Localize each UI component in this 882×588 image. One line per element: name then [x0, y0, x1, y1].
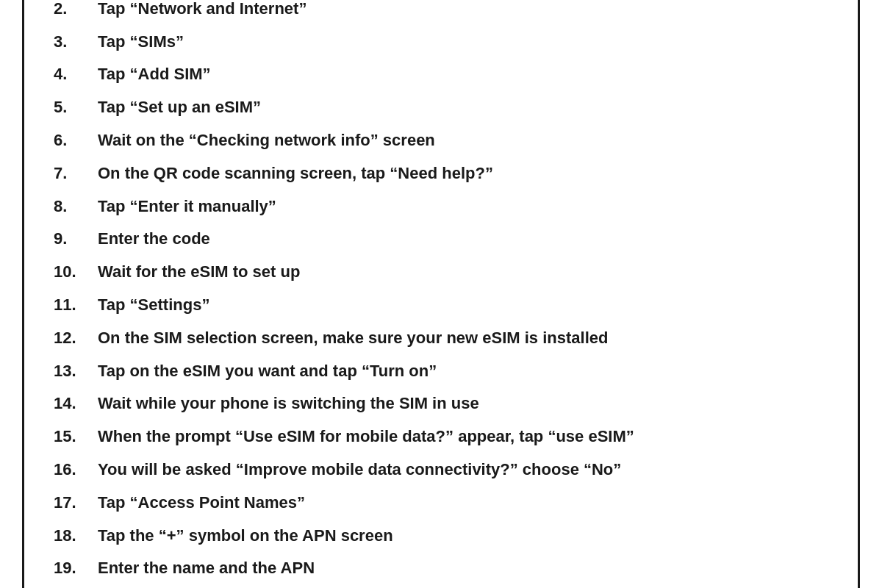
step-number: 2.: [54, 0, 98, 21]
list-item: 2.Tap “Network and Internet”: [54, 0, 821, 21]
list-item: 14.Wait while your phone is switching th…: [54, 392, 821, 415]
step-number: 6.: [54, 129, 98, 152]
list-item: 7.On the QR code scanning screen, tap “N…: [54, 162, 821, 185]
step-text: Wait for the eSIM to set up: [98, 261, 300, 284]
list-item: 18.Tap the “+” symbol on the APN screen: [54, 525, 821, 548]
list-item: 11.Tap “Settings”: [54, 294, 821, 317]
list-item: 9.Enter the code: [54, 228, 821, 251]
step-number: 4.: [54, 63, 98, 86]
step-number: 12.: [54, 327, 98, 350]
step-number: 15.: [54, 426, 98, 448]
step-text: Enter the name and the APN: [98, 557, 315, 580]
step-number: 8.: [54, 196, 98, 218]
step-text: You will be asked “Improve mobile data c…: [98, 459, 621, 481]
step-number: 10.: [54, 261, 98, 284]
step-text: Tap “Add SIM”: [98, 63, 211, 86]
step-number: 14.: [54, 392, 98, 415]
step-text: On the SIM selection screen, make sure y…: [98, 327, 608, 350]
step-number: 5.: [54, 96, 98, 119]
instructions-card: 1.Open “Settings”2.Tap “Network and Inte…: [22, 0, 860, 588]
list-item: 4.Tap “Add SIM”: [54, 63, 821, 86]
step-text: Tap “Enter it manually”: [98, 196, 276, 218]
step-number: 9.: [54, 228, 98, 251]
step-text: Wait while your phone is switching the S…: [98, 392, 479, 415]
list-item: 13.Tap on the eSIM you want and tap “Tur…: [54, 360, 821, 383]
step-text: Tap “SIMs”: [98, 31, 184, 54]
step-text: When the prompt “Use eSIM for mobile dat…: [98, 426, 634, 448]
step-number: 7.: [54, 162, 98, 185]
step-text: Tap “Network and Internet”: [98, 0, 306, 21]
list-item: 3.Tap “SIMs”: [54, 31, 821, 54]
step-number: 16.: [54, 459, 98, 481]
step-text: Tap on the eSIM you want and tap “Turn o…: [98, 360, 437, 383]
step-text: Wait on the “Checking network info” scre…: [98, 129, 435, 152]
step-text: Tap the “+” symbol on the APN screen: [98, 525, 393, 548]
step-number: 17.: [54, 492, 98, 514]
step-text: Tap “Set up an eSIM”: [98, 96, 261, 119]
step-number: 11.: [54, 294, 98, 317]
step-text: Tap “Access Point Names”: [98, 492, 305, 514]
list-item: 5.Tap “Set up an eSIM”: [54, 96, 821, 119]
list-item: 12.On the SIM selection screen, make sur…: [54, 327, 821, 350]
step-number: 19.: [54, 557, 98, 580]
step-text: On the QR code scanning screen, tap “Nee…: [98, 162, 493, 185]
list-item: 17.Tap “Access Point Names”: [54, 492, 821, 514]
step-text: Enter the code: [98, 228, 210, 251]
list-item: 6.Wait on the “Checking network info” sc…: [54, 129, 821, 152]
list-item: 16.You will be asked “Improve mobile dat…: [54, 459, 821, 481]
list-item: 19.Enter the name and the APN: [54, 557, 821, 580]
step-number: 13.: [54, 360, 98, 383]
step-number: 18.: [54, 525, 98, 548]
step-text: Tap “Settings”: [98, 294, 209, 317]
list-item: 15.When the prompt “Use eSIM for mobile …: [54, 426, 821, 448]
step-number: 3.: [54, 31, 98, 54]
list-item: 10.Wait for the eSIM to set up: [54, 261, 821, 284]
instructions-list: 1.Open “Settings”2.Tap “Network and Inte…: [54, 0, 821, 588]
list-item: 8.Tap “Enter it manually”: [54, 196, 821, 218]
